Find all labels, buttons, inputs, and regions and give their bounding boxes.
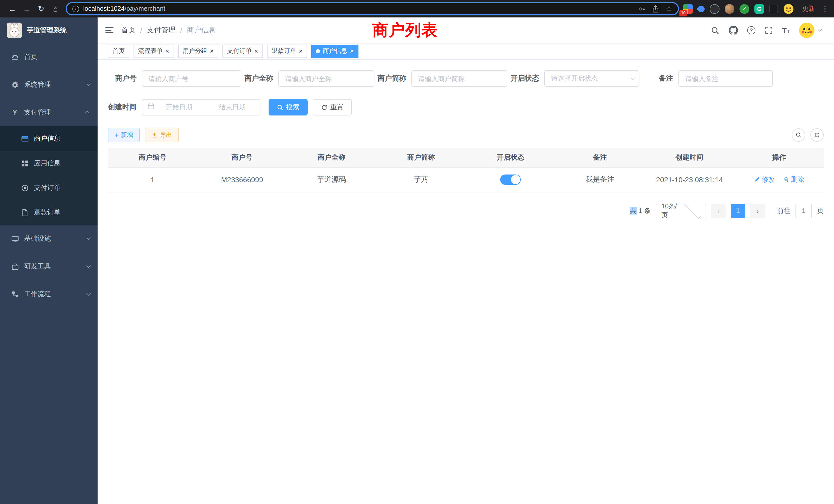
page-size-select[interactable]: 10条/页: [656, 204, 706, 218]
breadcrumb-payment[interactable]: 支付管理: [147, 26, 176, 35]
tab-merchant-info[interactable]: 商户信息×: [311, 44, 358, 58]
short-name-input[interactable]: [411, 70, 507, 87]
col-actions: 操作: [734, 148, 824, 167]
menu-label: 工作流程: [24, 290, 51, 299]
sidebar-item-home[interactable]: 首页: [0, 43, 97, 71]
close-icon[interactable]: ×: [166, 48, 169, 54]
cell-merchant-no: M233666999: [197, 167, 287, 192]
password-key-icon[interactable]: [638, 5, 646, 13]
page-unit-label: 页: [817, 206, 824, 215]
export-button[interactable]: 导出: [145, 128, 179, 142]
toggle-search-button[interactable]: [792, 128, 805, 142]
share-icon[interactable]: [652, 5, 660, 13]
sidebar-item-dev-tools[interactable]: 研发工具: [0, 253, 97, 280]
refresh-button[interactable]: [810, 128, 824, 142]
extension-drop-icon[interactable]: [698, 5, 705, 12]
chevron-down-icon: [631, 76, 635, 80]
sidebar-item-workflow[interactable]: 工作流程: [0, 280, 97, 308]
yen-icon: ¥: [11, 108, 19, 116]
table-row: 1 M233666999 芋道源码 芋艿 我是备注 2021-10-23 08:…: [108, 167, 824, 192]
full-name-input[interactable]: [278, 70, 374, 87]
breadcrumb-current: 商户信息: [187, 26, 216, 35]
merchant-no-label: 商户号: [108, 74, 142, 83]
chevron-down-icon: [86, 291, 91, 296]
browser-forward-icon[interactable]: →: [20, 2, 34, 16]
browser-home-icon[interactable]: ⌂: [48, 2, 63, 16]
browser-reload-icon[interactable]: ↻: [34, 2, 48, 16]
app-logo[interactable]: 芋道管理系统: [0, 18, 97, 43]
browser-update-button[interactable]: 更新: [802, 4, 815, 13]
help-icon[interactable]: ?: [747, 26, 755, 35]
reset-button[interactable]: 重置: [313, 99, 352, 115]
extension-colorful-icon[interactable]: 10: [683, 4, 693, 14]
extension-avatar-icon[interactable]: [725, 4, 734, 14]
tab-pay-order[interactable]: 支付订单×: [222, 44, 263, 58]
sidebar-item-merchant-info[interactable]: 商户信息: [0, 126, 97, 151]
cell-full-name: 芋道源码: [287, 167, 376, 192]
extension-grammarly-icon[interactable]: G: [754, 4, 764, 14]
tab-process-form[interactable]: 流程表单×: [133, 44, 174, 58]
extension-pinned-icon[interactable]: [769, 4, 778, 13]
page-content: 商户号 商户全称 商户简称 开启状态 请选择开启状态: [97, 60, 834, 504]
monitor-icon: [11, 235, 19, 243]
fullscreen-icon[interactable]: [764, 26, 773, 35]
status-toggle[interactable]: [500, 175, 521, 185]
page-1-button[interactable]: 1: [731, 204, 745, 218]
col-create-time: 创建时间: [645, 148, 734, 167]
bookmark-star-icon[interactable]: ☆: [666, 5, 672, 12]
sidebar-item-app-info[interactable]: 应用信息: [0, 151, 97, 176]
github-icon[interactable]: [728, 26, 738, 35]
search-icon[interactable]: [710, 26, 719, 35]
user-menu[interactable]: [799, 23, 821, 38]
address-bar[interactable]: i localhost:1024/pay/merchant ☆: [66, 2, 679, 16]
edit-button[interactable]: 修改: [754, 175, 775, 184]
create-time-range[interactable]: 开始日期 - 结束日期: [142, 99, 260, 115]
short-name-label: 商户简称: [377, 74, 411, 83]
next-page-button[interactable]: ›: [750, 204, 765, 218]
sidebar-item-system[interactable]: 系统管理: [0, 71, 97, 98]
sidebar-toggle-icon[interactable]: [97, 27, 121, 33]
search-button[interactable]: 搜索: [269, 99, 308, 115]
close-icon[interactable]: ×: [254, 48, 258, 54]
pagination: 共 1 条 10条/页 ‹ 1 › 前往 页: [108, 204, 824, 218]
add-button[interactable]: + 新增: [108, 128, 140, 142]
menu-label: 系统管理: [24, 80, 51, 89]
close-icon[interactable]: ×: [210, 48, 214, 54]
browser-back-icon[interactable]: ←: [5, 2, 20, 16]
sidebar-item-pay-order[interactable]: 支付订单: [0, 176, 97, 200]
remark-input[interactable]: [678, 70, 773, 87]
goto-page-input[interactable]: [795, 204, 812, 218]
grid-icon: [21, 159, 29, 167]
close-icon[interactable]: ×: [350, 48, 354, 54]
status-select[interactable]: 请选择开启状态: [544, 70, 639, 87]
sidebar-item-infrastructure[interactable]: 基础设施: [0, 225, 97, 253]
profile-smiley-icon[interactable]: [783, 3, 794, 14]
url-host: localhost:1024: [83, 5, 125, 12]
sidebar: 芋道管理系统 首页 系统管理 ¥ 支付管理: [0, 18, 97, 504]
menu-label: 研发工具: [24, 262, 51, 271]
menu-label: 支付管理: [24, 108, 51, 117]
sidebar-item-payment[interactable]: ¥ 支付管理: [0, 98, 97, 126]
filter-row-2: 创建时间 开始日期 - 结束日期 搜索 重置: [108, 99, 824, 115]
sidebar-item-refund-order[interactable]: 退款订单: [0, 200, 97, 225]
card-icon: [21, 135, 29, 142]
extension-check-icon[interactable]: ✓: [740, 4, 749, 14]
col-status: 开启状态: [466, 148, 555, 167]
extension-globe-icon[interactable]: [710, 4, 720, 14]
font-size-icon[interactable]: TT: [782, 26, 790, 34]
delete-button[interactable]: 删除: [783, 175, 804, 184]
prev-page-button[interactable]: ‹: [711, 204, 726, 218]
merchant-no-input[interactable]: [142, 70, 241, 87]
chevron-down-icon: [86, 82, 91, 86]
page-info-icon[interactable]: i: [72, 5, 79, 12]
cell-merchant-id: 1: [108, 167, 197, 192]
tab-refund-order[interactable]: 退款订单×: [267, 44, 307, 58]
browser-toolbar: ← → ↻ ⌂ i localhost:1024/pay/merchant ☆ …: [0, 0, 834, 18]
tab-user-group[interactable]: 用户分组×: [178, 44, 218, 58]
plus-icon: +: [114, 131, 118, 139]
tab-home[interactable]: 首页: [108, 44, 129, 58]
close-icon[interactable]: ×: [299, 48, 303, 54]
target-icon: [21, 184, 29, 192]
browser-menu-icon[interactable]: ⋮: [821, 4, 829, 13]
breadcrumb-home[interactable]: 首页: [121, 26, 136, 35]
